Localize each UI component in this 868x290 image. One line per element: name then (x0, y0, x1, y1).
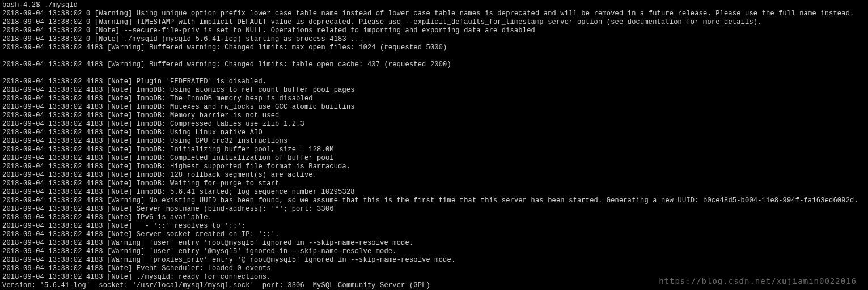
watermark-text: https://blog.csdn.net/xujiamin0022016 (659, 277, 857, 285)
log-line: 2018-09-04 13:38:02 4183 [Note] InnoDB: … (2, 171, 866, 180)
log-line: 2018-09-04 13:38:02 4183 [Warning] No ex… (2, 197, 866, 205)
log-line: 2018-09-04 13:38:02 4183 [Note] - '::' r… (2, 222, 866, 231)
shell-prompt: bash-4.2$ ./mysqld (2, 1, 866, 10)
log-line: 2018-09-04 13:38:02 4183 [Note] InnoDB: … (2, 163, 866, 171)
terminal-output[interactable]: bash-4.2$ ./mysqld 2018-09-04 13:38:02 0… (2, 1, 866, 290)
log-line: 2018-09-04 13:38:02 4183 [Warning] Buffe… (2, 61, 866, 69)
log-line: 2018-09-04 13:38:02 4183 [Note] InnoDB: … (2, 120, 866, 129)
log-line: 2018-09-04 13:38:02 4183 [Warning] 'prox… (2, 256, 866, 265)
log-line: 2018-09-04 13:38:02 4183 [Note] IPv6 is … (2, 214, 866, 222)
log-line: 2018-09-04 13:38:02 0 [Warning] TIMESTAM… (2, 18, 866, 27)
log-line: 2018-09-04 13:38:02 4183 [Note] Server h… (2, 205, 866, 214)
log-line: 2018-09-04 13:38:02 4183 [Note] InnoDB: … (2, 103, 866, 112)
log-line: 2018-09-04 13:38:02 4183 [Note] Plugin '… (2, 78, 866, 86)
log-line: 2018-09-04 13:38:02 4183 [Note] InnoDB: … (2, 86, 866, 95)
log-line: 2018-09-04 13:38:02 4183 [Note] InnoDB: … (2, 95, 866, 103)
log-line: 2018-09-04 13:38:02 4183 [Warning] 'user… (2, 239, 866, 248)
log-line (2, 52, 866, 61)
log-line: 2018-09-04 13:38:02 4183 [Note] InnoDB: … (2, 146, 866, 154)
log-line: 2018-09-04 13:38:02 4183 [Note] InnoDB: … (2, 129, 866, 137)
log-line: 2018-09-04 13:38:02 4183 [Note] InnoDB: … (2, 137, 866, 146)
log-line: 2018-09-04 13:38:02 4183 [Note] InnoDB: … (2, 112, 866, 120)
log-line: 2018-09-04 13:38:02 4183 [Warning] Buffe… (2, 44, 866, 52)
log-line: 2018-09-04 13:38:02 4183 [Note] Server s… (2, 231, 866, 239)
log-line: 2018-09-04 13:38:02 0 [Note] ./mysqld (m… (2, 35, 866, 44)
log-line: 2018-09-04 13:38:02 4183 [Note] InnoDB: … (2, 180, 866, 188)
log-line: 2018-09-04 13:38:02 0 [Warning] Using un… (2, 10, 866, 18)
log-line: 2018-09-04 13:38:02 4183 [Note] InnoDB: … (2, 188, 866, 197)
log-content: 2018-09-04 13:38:02 0 [Warning] Using un… (2, 10, 866, 290)
log-line: 2018-09-04 13:38:02 4183 [Warning] 'user… (2, 248, 866, 256)
log-line (2, 69, 866, 78)
log-line: 2018-09-04 13:38:02 0 [Note] --secure-fi… (2, 27, 866, 35)
log-line: 2018-09-04 13:38:02 4183 [Note] InnoDB: … (2, 154, 866, 163)
log-line: 2018-09-04 13:38:02 4183 [Note] Event Sc… (2, 265, 866, 273)
